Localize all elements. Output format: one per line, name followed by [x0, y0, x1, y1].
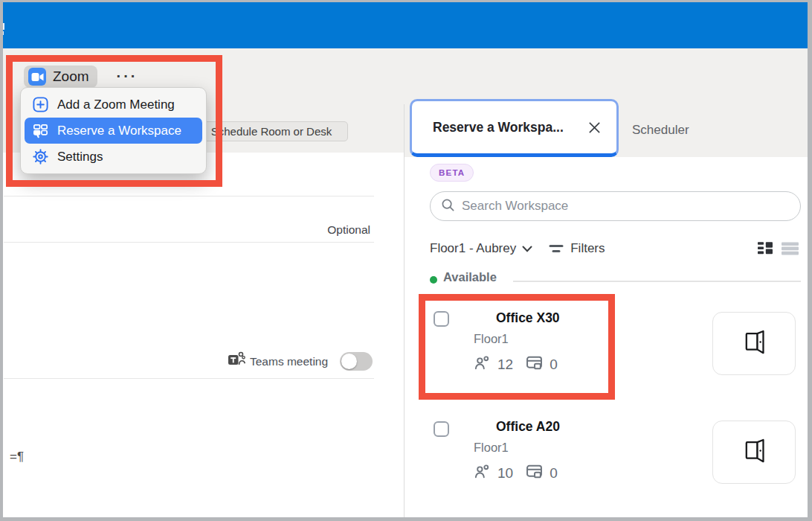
plus-square-icon [32, 96, 49, 113]
list-view-toggle-icon[interactable] [782, 240, 799, 259]
optional-label: Optional [283, 223, 370, 237]
open-door-icon [741, 438, 767, 467]
card-view-toggle-icon[interactable] [757, 240, 773, 259]
capacity-count: 10 [497, 465, 513, 482]
menu-item-settings[interactable]: Settings [25, 144, 202, 170]
capacity-people-icon [474, 464, 491, 482]
field-divider [4, 242, 374, 243]
more-options-button[interactable]: ··· [112, 65, 143, 86]
window-title-bar [0, 0, 812, 48]
filters-button[interactable]: Filters [570, 241, 605, 256]
workspace-detail-button[interactable] [712, 421, 796, 484]
chevron-down-icon[interactable] [522, 242, 532, 255]
header-text-fragment [2, 23, 7, 35]
section-divider [513, 281, 801, 282]
filters-icon[interactable] [549, 244, 564, 253]
tab-reserve-a-workspace[interactable]: Reserve a Workspa... [410, 99, 619, 157]
capacity-count: 12 [497, 357, 513, 373]
workspace-search[interactable] [430, 191, 801, 221]
workspace-checkbox[interactable] [434, 421, 449, 437]
teams-meeting-toggle[interactable] [340, 352, 373, 371]
tab-scheduler[interactable]: Scheduler [632, 123, 689, 138]
close-tab-icon[interactable] [585, 118, 603, 136]
available-section-label: Available [443, 270, 497, 284]
search-input[interactable] [462, 199, 790, 214]
gear-icon [32, 148, 49, 165]
menu-item-reserve-workspace[interactable]: Reserve a Workspace [25, 118, 202, 144]
compose-panel [3, 153, 404, 518]
capacity-people-icon [474, 356, 491, 374]
workspace-floor: Floor1 [474, 441, 509, 455]
field-divider [4, 196, 374, 196]
workspace-meta: 12 0 [474, 355, 564, 374]
workspace-name: Office X30 [496, 310, 560, 326]
filter-row: Floor1 - Aubrey Filters [430, 240, 605, 258]
teams-logo-icon [228, 351, 245, 371]
desk-icon [526, 464, 543, 482]
open-door-icon [741, 330, 767, 358]
menu-item-label: Add a Zoom Meeting [57, 98, 175, 112]
workspace-checkbox[interactable] [434, 311, 449, 327]
paragraph-marker: =¶ [10, 450, 24, 464]
menu-item-label: Reserve a Workspace [57, 124, 181, 138]
menu-item-label: Settings [57, 150, 103, 164]
schedule-room-or-desk-button[interactable]: Schedule Room or Desk [195, 121, 348, 141]
active-tab-label: Reserve a Workspa... [433, 120, 564, 135]
workspace-grid-icon [32, 122, 49, 139]
workspace-meta: 10 0 [474, 464, 564, 482]
floor-selector[interactable]: Floor1 - Aubrey [430, 241, 516, 256]
zoom-video-icon [28, 68, 46, 86]
toggle-knob [341, 354, 357, 369]
workspace-floor: Floor1 [474, 332, 509, 346]
zoom-dropdown-menu: Add a Zoom Meeting Reserve a Workspace S… [20, 87, 207, 174]
panel-divider [404, 104, 405, 518]
search-icon [441, 198, 455, 215]
available-status-dot [430, 276, 437, 284]
zoom-button-label: Zoom [53, 68, 89, 85]
desk-count: 0 [550, 465, 558, 482]
workspace-name: Office A20 [496, 419, 560, 435]
zoom-addin-button[interactable]: Zoom [24, 65, 97, 88]
beta-badge: BETA [430, 164, 474, 182]
workspace-detail-button[interactable] [712, 312, 796, 375]
app-window: Zoom ··· Schedule Room or Desk Add a Zoo… [0, 0, 812, 521]
menu-item-add-zoom-meeting[interactable]: Add a Zoom Meeting [25, 92, 202, 118]
field-divider [4, 378, 374, 379]
teams-meeting-label: Teams meeting [250, 355, 328, 368]
desk-icon [526, 355, 543, 374]
desk-count: 0 [550, 357, 558, 373]
